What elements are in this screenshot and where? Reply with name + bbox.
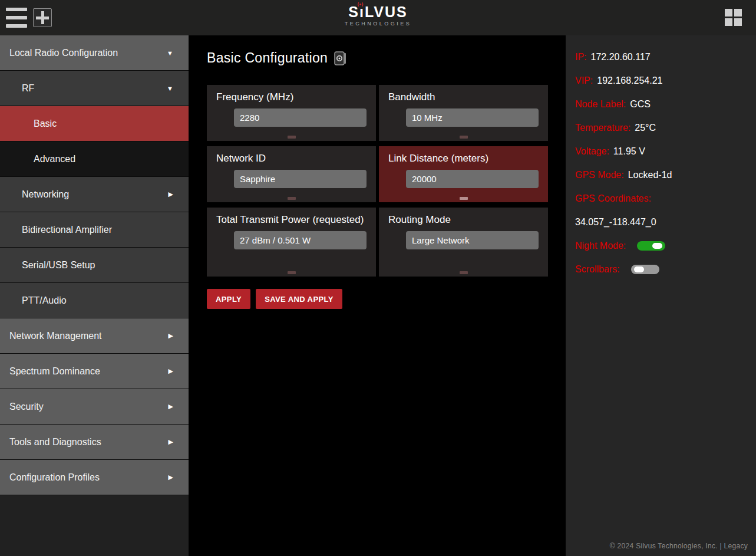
hamburger-menu-icon[interactable] [6, 8, 27, 28]
status-value: 25°C [635, 123, 656, 133]
sidebar-item-tools-and-diagnostics[interactable]: Tools and Diagnostics ▶ [0, 425, 189, 460]
sidebar-item-basic[interactable]: Basic [0, 106, 189, 142]
sidebar-item-label: Network Management [9, 331, 102, 341]
status-label: Node Label: [575, 99, 626, 110]
sidebar-item-rf[interactable]: RF ▼ [0, 71, 189, 106]
status-label: IP: [575, 52, 587, 62]
sidebar-item-label: Basic [34, 119, 57, 129]
sidebar-item-networking[interactable]: Networking ▶ [0, 177, 189, 212]
sidebar-filler [0, 495, 189, 556]
scrollbars-toggle[interactable] [631, 265, 659, 274]
field-label: Total Transmit Power (requested) [207, 208, 376, 226]
drag-handle[interactable] [288, 197, 296, 200]
routing-mode-input[interactable] [406, 231, 539, 249]
copyright-footer: © 2024 Silvus Technologies, Inc. | Legac… [610, 542, 748, 550]
chevron-right-icon: ▶ [169, 190, 173, 198]
field-bandwidth: Bandwidth [379, 85, 548, 141]
help-info-icon[interactable] [334, 51, 346, 66]
status-value: 11.95 V [613, 146, 645, 157]
logo-text: LVUS [365, 4, 408, 20]
sidebar-item-label: Bidirectional Amplifier [22, 225, 112, 235]
transmit-power-input[interactable] [234, 231, 367, 249]
page-title: Basic Configuration [207, 50, 328, 66]
sidebar-item-label: Spectrum Dominance [9, 366, 100, 377]
chevron-right-icon: ▶ [169, 367, 173, 375]
status-panel: IP: 172.20.60.117 VIP: 192.168.254.21 No… [566, 35, 756, 556]
status-value: Locked-1d [628, 170, 672, 180]
silvus-logo: SıLVUS TECHNOLOGIES [345, 5, 412, 27]
status-row-gps-coordinates: GPS Coordinates: [575, 187, 747, 210]
sidebar-item-label: RF [22, 83, 34, 94]
antenna-icon [356, 2, 364, 7]
status-row-gps-mode: GPS Mode: Locked-1d [575, 163, 747, 187]
main-content: Basic Configuration Frequency (MHz) Band… [189, 35, 566, 556]
chevron-right-icon: ▶ [169, 403, 173, 410]
toggle-knob [634, 267, 644, 272]
toggle-knob [652, 243, 662, 249]
apply-button[interactable]: APPLY [207, 289, 250, 309]
sidebar-item-network-management[interactable]: Network Management ▶ [0, 318, 189, 354]
link-distance-input[interactable] [406, 170, 539, 188]
status-row-night-mode: Night Mode: [575, 234, 747, 258]
status-row-voltage: Voltage: 11.95 V [575, 140, 747, 163]
bandwidth-input[interactable] [406, 108, 539, 127]
status-label: GPS Mode: [575, 170, 624, 180]
sidebar-item-label: Local Radio Configuration [9, 48, 118, 58]
sidebar-item-label: Advanced [34, 154, 75, 165]
status-row-temperature: Temperature: 25°C [575, 116, 747, 140]
sidebar-item-configuration-profiles[interactable]: Configuration Profiles ▶ [0, 460, 189, 495]
field-routing-mode: Routing Mode [379, 208, 548, 277]
field-frequency: Frequency (MHz) [207, 85, 376, 141]
drag-handle[interactable] [460, 197, 468, 200]
sidebar-item-ptt-audio[interactable]: PTT/Audio [0, 283, 189, 318]
sidebar-item-label: Serial/USB Setup [22, 260, 95, 271]
status-value: 172.20.60.117 [591, 52, 651, 62]
network-id-input[interactable] [234, 170, 367, 188]
field-label: Link Distance (meters) [379, 146, 548, 165]
field-cards-grid: Frequency (MHz) Bandwidth Network ID Lin… [207, 85, 547, 277]
status-label: GPS Coordinates: [575, 193, 651, 204]
sidebar-item-label: Networking [22, 189, 69, 200]
status-row-vip: VIP: 192.168.254.21 [575, 69, 747, 93]
drag-handle[interactable] [288, 271, 296, 274]
drag-handle[interactable] [288, 136, 296, 139]
sidebar-item-serial-usb-setup[interactable]: Serial/USB Setup [0, 248, 189, 283]
field-label: Bandwidth [379, 85, 548, 104]
save-and-apply-button[interactable]: SAVE AND APPLY [256, 289, 342, 309]
drag-handle[interactable] [460, 136, 468, 139]
status-row-node-label: Node Label: GCS [575, 93, 747, 116]
status-label: Temperature: [575, 123, 630, 133]
sidebar-item-bidirectional-amplifier[interactable]: Bidirectional Amplifier [0, 212, 189, 248]
field-label: Routing Mode [379, 208, 548, 226]
drag-handle[interactable] [460, 271, 468, 274]
status-label: Voltage: [575, 146, 609, 157]
apps-grid-icon[interactable] [725, 9, 742, 26]
status-label: VIP: [575, 75, 593, 86]
chevron-down-icon: ▼ [167, 50, 173, 57]
sidebar-item-label: Tools and Diagnostics [9, 437, 101, 448]
field-label: Network ID [207, 146, 376, 165]
chevron-right-icon: ▶ [169, 332, 173, 340]
nav-sidebar: Local Radio Configuration ▼ RF ▼ Basic A… [0, 35, 189, 556]
status-value: GCS [630, 99, 651, 110]
plus-icon[interactable] [33, 8, 52, 27]
frequency-input[interactable] [234, 108, 367, 127]
night-mode-toggle[interactable] [637, 241, 665, 251]
sidebar-item-label: PTT/Audio [22, 295, 67, 306]
sidebar-item-advanced[interactable]: Advanced [0, 142, 189, 177]
sidebar-item-spectrum-dominance[interactable]: Spectrum Dominance ▶ [0, 354, 189, 389]
field-network-id: Network ID [207, 146, 376, 202]
chevron-right-icon: ▶ [169, 473, 173, 481]
sidebar-item-label: Configuration Profiles [9, 472, 100, 483]
status-row-scrollbars: Scrollbars: [575, 258, 747, 281]
sidebar-item-local-radio-configuration[interactable]: Local Radio Configuration ▼ [0, 35, 189, 71]
top-bar: SıLVUS TECHNOLOGIES [0, 0, 756, 35]
status-row-ip: IP: 172.20.60.117 [575, 45, 747, 69]
status-row-gps-coordinates-value: 34.057_-118.447_0 [575, 210, 747, 234]
sidebar-item-security[interactable]: Security ▶ [0, 389, 189, 425]
chevron-right-icon: ▶ [169, 438, 173, 446]
status-label: Night Mode: [575, 241, 626, 251]
field-total-transmit-power: Total Transmit Power (requested) [207, 208, 376, 277]
status-value: 34.057_-118.447_0 [575, 217, 656, 228]
logo-wordmark: SıLVUS [348, 5, 407, 19]
